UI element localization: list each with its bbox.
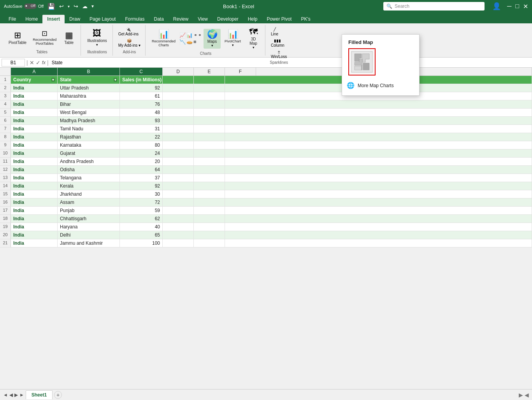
tab-insert[interactable]: Insert <box>42 15 65 23</box>
cell-country-14[interactable]: India <box>11 182 58 190</box>
cell-d-19[interactable] <box>163 223 194 231</box>
cell-sales-2[interactable]: 92 <box>120 84 163 92</box>
cell-country-9[interactable]: India <box>11 141 58 149</box>
close-icon[interactable]: ✕ <box>523 3 528 10</box>
cell-d-20[interactable] <box>163 231 194 239</box>
cell-sales-15[interactable]: 30 <box>120 190 163 198</box>
bar-chart-icon[interactable]: 📈 <box>179 32 186 38</box>
country-filter-arrow[interactable]: ▾ <box>51 78 55 82</box>
cell-d-18[interactable] <box>163 215 194 223</box>
cell-d-21[interactable] <box>163 239 194 247</box>
confirm-formula-icon[interactable]: ✓ <box>36 60 40 66</box>
tab-file[interactable]: File <box>4 15 21 23</box>
cell-state-12[interactable]: Odisha <box>58 166 120 174</box>
cell-country-4[interactable]: India <box>11 100 58 108</box>
stock-icon[interactable]: ≡ <box>193 39 202 45</box>
undo-icon[interactable]: ↩ <box>59 3 64 9</box>
cell-country-21[interactable]: India <box>11 239 58 247</box>
tab-draw[interactable]: Draw <box>65 15 85 23</box>
tab-page-layout[interactable]: Page Layout <box>85 15 120 23</box>
cell-e-6[interactable] <box>194 117 225 125</box>
cell-country-16[interactable]: India <box>11 198 58 206</box>
cell-e-13[interactable] <box>194 174 225 182</box>
cell-e-10[interactable] <box>194 149 225 157</box>
cell-d-2[interactable] <box>163 84 194 92</box>
maps-button[interactable]: 🌍 Maps ▾ <box>204 29 221 49</box>
cell-sales-8[interactable]: 22 <box>120 133 163 141</box>
cell-country-10[interactable]: India <box>11 149 58 157</box>
tab-power-pivot[interactable]: Power Pivot <box>262 15 296 23</box>
cell-e-18[interactable] <box>194 215 225 223</box>
cell-state-6[interactable]: Madhya Pradesh <box>58 117 120 125</box>
cell-state-18[interactable]: Chhattisgarh <box>58 215 120 223</box>
pivot-chart-button[interactable]: 📊 PivotChart ▾ <box>222 29 243 48</box>
cell-sales-12[interactable]: 64 <box>120 166 163 174</box>
cell-state-10[interactable]: Gujarat <box>58 149 120 157</box>
cell-country-20[interactable]: India <box>11 231 58 239</box>
tab-formulas[interactable]: Formulas <box>120 15 149 23</box>
recommended-pivottables-button[interactable]: ⊡ RecommendedPivotTables <box>30 29 59 47</box>
cell-sales-21[interactable]: 100 <box>120 239 163 247</box>
cell-d-17[interactable] <box>163 207 194 214</box>
cell-sales-11[interactable]: 20 <box>120 158 163 165</box>
cell-country-19[interactable]: India <box>11 223 58 231</box>
cell-e-15[interactable] <box>194 190 225 198</box>
cell-reference-box[interactable]: B1 <box>2 59 25 67</box>
my-addins-button[interactable]: 📦 My Add-ins ▾ <box>117 38 142 48</box>
cell-country-15[interactable]: India <box>11 190 58 198</box>
cell-state-9[interactable]: Karnataka <box>58 141 120 149</box>
col-header-B[interactable]: B <box>58 68 120 75</box>
cell-state-7[interactable]: Tamil Nadu <box>58 125 120 133</box>
cell-state-13[interactable]: Telangana <box>58 174 120 182</box>
area-chart-icon[interactable]: 📉 <box>179 39 186 45</box>
cell-state-19[interactable]: Haryana <box>58 223 120 231</box>
col-header-D[interactable]: D <box>163 68 194 75</box>
cell-e-5[interactable] <box>194 109 225 116</box>
cell-e-11[interactable] <box>194 158 225 165</box>
cell-d-3[interactable] <box>163 92 194 100</box>
cell-d-6[interactable] <box>163 117 194 125</box>
cell-d-5[interactable] <box>163 109 194 116</box>
col-header-E[interactable]: E <box>194 68 225 75</box>
redo-icon[interactable]: ↪ <box>74 3 78 9</box>
cell-sales-10[interactable]: 24 <box>120 149 163 157</box>
minimize-icon[interactable]: ─ <box>507 3 511 10</box>
cell-country-13[interactable]: India <box>11 174 58 182</box>
column-chart-icon[interactable]: 📊 <box>186 32 193 38</box>
cell-d-8[interactable] <box>163 133 194 141</box>
cell-d-13[interactable] <box>163 174 194 182</box>
header-cell-sales[interactable]: Sales (in Millions) ▾ <box>120 76 163 84</box>
cell-country-5[interactable]: India <box>11 109 58 116</box>
cell-sales-18[interactable]: 62 <box>120 215 163 223</box>
win-loss-sparkline-button[interactable]: ± Win/Loss <box>269 49 288 60</box>
3d-map-button[interactable]: 🗺 3DMap ▾ <box>245 26 262 51</box>
cell-country-12[interactable]: India <box>11 166 58 174</box>
cell-state-17[interactable]: Punjab <box>58 207 120 214</box>
pivot-table-button[interactable]: ⊞ PivotTable <box>6 30 29 46</box>
cell-country-8[interactable]: India <box>11 133 58 141</box>
cell-d-11[interactable] <box>163 158 194 165</box>
cell-sales-16[interactable]: 72 <box>120 198 163 206</box>
illustrations-button[interactable]: 🖼 Illustrations ▾ <box>85 28 109 48</box>
cell-state-5[interactable]: West Bengal <box>58 109 120 116</box>
tab-developer[interactable]: Developer <box>212 15 243 23</box>
cell-sales-13[interactable]: 37 <box>120 174 163 182</box>
autosave-cloud-icon[interactable]: ☁ <box>82 3 88 9</box>
cell-state-14[interactable]: Kerala <box>58 182 120 190</box>
table-button[interactable]: ▦ Table <box>60 30 77 46</box>
cell-country-3[interactable]: India <box>11 92 58 100</box>
user-icon[interactable]: 👤 <box>492 2 501 11</box>
col-header-A[interactable]: A <box>11 68 58 75</box>
cell-country-17[interactable]: India <box>11 207 58 214</box>
cell-sales-5[interactable]: 48 <box>120 109 163 116</box>
cancel-formula-icon[interactable]: ✕ <box>30 60 34 66</box>
tab-pks[interactable]: PK's <box>296 15 315 23</box>
cell-d-4[interactable] <box>163 100 194 108</box>
recommended-charts-button[interactable]: 📊 RecommendedCharts <box>149 29 178 48</box>
col-header-C[interactable]: C <box>120 68 163 75</box>
customize-icon[interactable]: ▾ <box>91 4 94 9</box>
cell-state-20[interactable]: Delhi <box>58 231 120 239</box>
line-sparkline-button[interactable]: ╱ Line <box>269 26 280 37</box>
cell-e-16[interactable] <box>194 198 225 206</box>
cell-e-4[interactable] <box>194 100 225 108</box>
